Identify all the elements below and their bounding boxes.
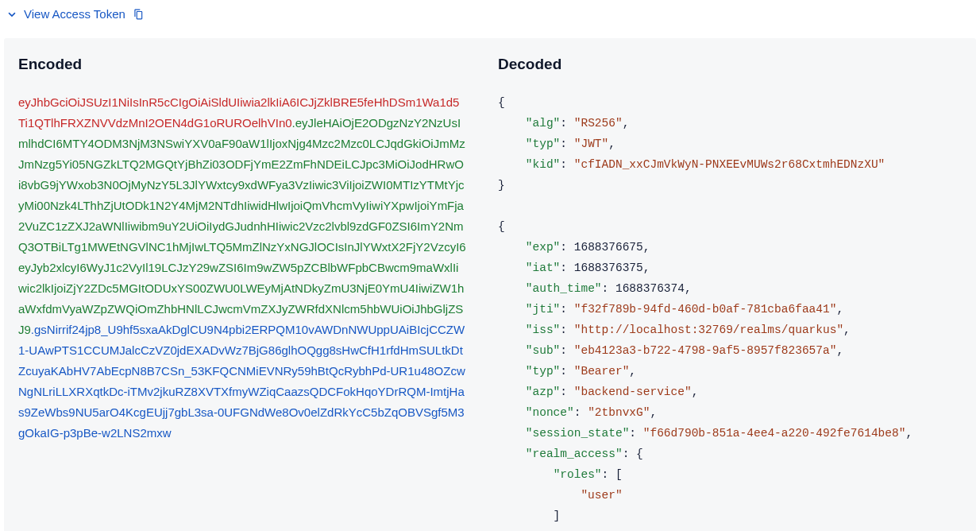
jwt-payload-segment: eyJleHAiOjE2ODgzNzY2NzUsImlhdCI6MTY4ODM3… (18, 116, 466, 336)
encoded-heading: Encoded (18, 56, 466, 73)
jwt-signature-segment: gsNirrif24jp8_U9hf5sxaAkDglCU9N4pbi2ERPQ… (18, 323, 465, 440)
decoded-json: { "alg": "RS256", "typ": "JWT", "kid": "… (498, 92, 946, 526)
view-access-token-label: View Access Token (24, 6, 125, 22)
decoded-heading: Decoded (498, 56, 946, 73)
view-access-token-toggle[interactable]: View Access Token (0, 6, 980, 22)
clipboard-icon[interactable] (132, 8, 145, 21)
decoded-column: Decoded { "alg": "RS256", "typ": "JWT", … (482, 56, 962, 526)
encoded-column: Encoded eyJhbGciOiJSUzI1NiIsInR5cCIgOiAi… (18, 56, 482, 526)
token-panel: Encoded eyJhbGciOiJSUzI1NiIsInR5cCIgOiAi… (4, 38, 976, 531)
chevron-down-icon (5, 7, 19, 21)
encoded-token: eyJhbGciOiJSUzI1NiIsInR5cCIgOiAiSldUIiwi… (18, 92, 466, 444)
